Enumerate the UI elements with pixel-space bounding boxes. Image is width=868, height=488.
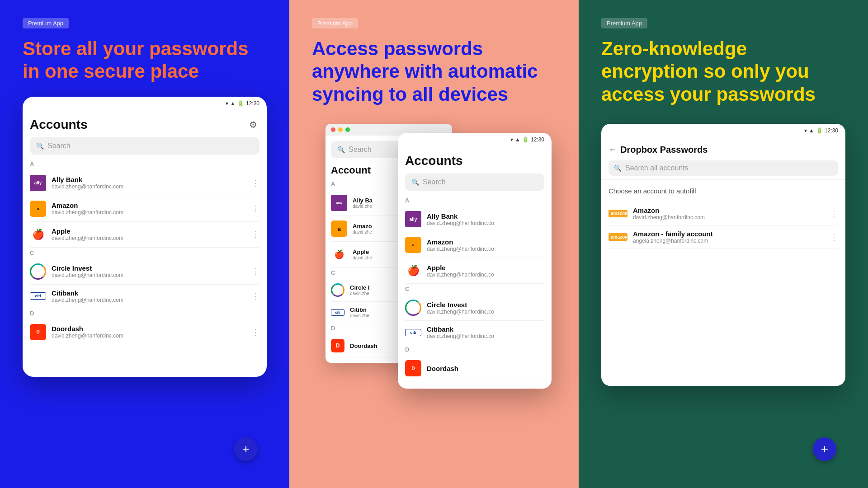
center-phone-apple-logo: 🍎 <box>405 263 421 279</box>
center-desktop-search-icon: 🔍 <box>337 146 345 153</box>
center-panel-title: Access passwords anywhere with automatic… <box>312 38 556 106</box>
center-phone-content: Accounts 🔍 Search A ally Ally Bank david… <box>398 146 552 389</box>
left-doordash-logo: D <box>30 324 46 340</box>
right-back-row: ← Dropbox Passwords <box>609 145 838 155</box>
center-phone-apple-name: Apple <box>427 264 544 272</box>
left-amazon-item[interactable]: a Amazon david.zheng@hanfordinc.com ⋮ <box>30 196 259 222</box>
right-amazon-family-logo: amazon <box>609 233 627 241</box>
center-time: 12:30 <box>531 136 544 143</box>
left-section-d: D <box>30 310 259 317</box>
left-doordash-more[interactable]: ⋮ <box>251 327 259 337</box>
center-premium-badge: Premium App <box>312 18 358 28</box>
center-tl-green <box>345 127 350 132</box>
right-search-text: Search all accounts <box>625 164 689 172</box>
left-panel-title: Store all your passwords in one secure p… <box>23 38 267 83</box>
left-circle-logo <box>30 263 46 280</box>
center-phone-citi-info: Citibank david.zheng@hanfordinc.co <box>427 325 544 339</box>
center-phone-ally-email: david.zheng@hanfordinc.co <box>427 220 544 226</box>
center-phone-circle[interactable]: Circle Invest david.zheng@hanfordinc.co <box>405 295 544 321</box>
left-apple-more[interactable]: ⋮ <box>251 230 259 239</box>
left-circle-info: Circle Invest david.zheng@hanfordinc.com <box>52 264 246 278</box>
left-amazon-info: Amazon david.zheng@hanfordinc.com <box>52 202 246 216</box>
right-amazon-item[interactable]: amazon Amazon david.zheng@hanfordinc.com… <box>609 202 838 225</box>
left-amazon-logo: a <box>30 201 46 217</box>
right-amazon-email: david.zheng@hanfordinc.com <box>633 214 825 221</box>
left-citi-more[interactable]: ⋮ <box>251 291 259 301</box>
left-fab-button[interactable]: + <box>234 437 258 461</box>
right-status-bar: ▾ ▲ 🔋 12:30 <box>601 124 845 137</box>
left-gear-icon[interactable]: ⚙ <box>247 118 259 131</box>
right-fab-button[interactable]: + <box>813 437 836 461</box>
center-phone-ally[interactable]: ally Ally Bank david.zheng@hanfordinc.co <box>405 206 544 232</box>
left-citi-item[interactable]: citi Citibank david.zheng@hanfordinc.com… <box>30 285 259 308</box>
left-citi-info: Citibank david.zheng@hanfordinc.com <box>52 289 246 303</box>
center-phone-circle-email: david.zheng@hanfordinc.co <box>427 309 544 315</box>
left-phone-content: Accounts ⚙ 🔍 Search A ally Ally Bank dav… <box>23 110 267 377</box>
right-time: 12:30 <box>825 127 838 134</box>
center-phone-search[interactable]: 🔍 Search <box>405 174 544 191</box>
left-apple-name: Apple <box>52 227 246 235</box>
left-time: 12:30 <box>246 100 259 107</box>
right-amazon-family-more[interactable]: ⋮ <box>830 232 838 242</box>
center-desktop-search-text: Search <box>349 145 372 154</box>
right-amazon-family-item[interactable]: amazon Amazon - family account angela.zh… <box>609 225 838 249</box>
right-amazon-family-email: angela.zheng@hanfordinc.com <box>633 238 825 244</box>
center-phone-doordash[interactable]: D Doordash <box>405 356 544 381</box>
left-apple-item[interactable]: 🍎 Apple david.zheng@hanfordinc.com ⋮ <box>30 222 259 248</box>
right-back-arrow-icon[interactable]: ← <box>609 145 617 155</box>
center-tl-yellow <box>338 127 343 132</box>
center-phone-mockup: ▾ ▲ 🔋 12:30 Accounts 🔍 Search A ally <box>398 133 552 389</box>
left-circle-email: david.zheng@hanfordinc.com <box>52 272 246 278</box>
center-phone-status-icons: ▾ ▲ 🔋 12:30 <box>510 136 544 143</box>
left-amazon-more[interactable]: ⋮ <box>251 204 259 214</box>
right-autofill-search[interactable]: 🔍 Search all accounts <box>609 160 838 176</box>
center-phone-doordash-logo: D <box>405 360 421 376</box>
center-wifi-icon: ▾ <box>510 136 513 143</box>
left-search-text: Search <box>47 142 71 150</box>
left-panel: Premium App Store all your passwords in … <box>0 0 289 488</box>
right-panel: Premium App Zero-knowledge encryption so… <box>579 0 868 488</box>
left-ally-item[interactable]: ally Ally Bank david.zheng@hanfordinc.co… <box>30 170 259 196</box>
center-desktop-ally-logo: ally <box>331 195 347 211</box>
left-circle-item[interactable]: Circle Invest david.zheng@hanfordinc.com… <box>30 259 259 285</box>
left-ally-more[interactable]: ⋮ <box>251 178 259 188</box>
left-doordash-item[interactable]: D Doordash david.zheng@hanfordinc.com ⋮ <box>30 319 259 345</box>
center-phone-apple[interactable]: 🍎 Apple david.zheng@hanfordinc.co <box>405 258 544 284</box>
center-desktop-doordash-logo: D <box>331 339 344 352</box>
center-phone-citi-logo: citi <box>405 329 421 336</box>
right-status-icons: ▾ ▲ 🔋 12:30 <box>804 127 838 134</box>
right-signal-icon: ▲ <box>809 127 814 134</box>
left-premium-badge: Premium App <box>23 18 69 28</box>
center-phone-apple-info: Apple david.zheng@hanfordinc.co <box>427 264 544 278</box>
left-apple-email: david.zheng@hanfordinc.com <box>52 235 246 241</box>
center-phone-title: Accounts <box>405 154 463 168</box>
right-autofill-header: ← Dropbox Passwords 🔍 Search all account… <box>601 137 845 180</box>
left-amazon-name: Amazon <box>52 202 246 209</box>
center-phone-doordash-name: Doordash <box>427 365 544 372</box>
center-battery-icon: 🔋 <box>522 136 529 143</box>
left-citi-email: david.zheng@hanfordinc.com <box>52 297 246 303</box>
center-phone-section-d: D <box>405 346 544 353</box>
left-section-a: A <box>30 161 259 168</box>
center-phone-amazon-logo: a <box>405 237 421 253</box>
center-desktop-citi-logo: citi <box>331 309 344 316</box>
center-phone-search-text: Search <box>423 178 446 186</box>
left-status-bar: ▾ ▲ 🔋 12:30 <box>23 97 267 110</box>
center-signal-icon: ▲ <box>515 136 520 143</box>
right-amazon-more[interactable]: ⋮ <box>830 209 838 219</box>
center-phone-citi[interactable]: citi Citibank david.zheng@hanfordinc.co <box>405 321 544 344</box>
right-autofill-title: Dropbox Passwords <box>620 145 708 155</box>
center-tl-red <box>331 127 335 132</box>
center-phone-ally-name: Ally Bank <box>427 212 544 220</box>
right-amazon-family-info: Amazon - family account angela.zheng@han… <box>633 230 825 244</box>
center-panel: Premium App Access passwords anywhere wi… <box>289 0 579 488</box>
left-search-bar[interactable]: 🔍 Search <box>30 137 259 155</box>
right-amazon-name: Amazon <box>633 206 825 214</box>
center-desktop-apple-logo: 🍎 <box>331 246 347 263</box>
center-desktop-circle-logo <box>331 283 344 297</box>
center-phone-header: Accounts <box>405 154 544 168</box>
center-phone-amazon[interactable]: a Amazon david.zheng@hanfordinc.co <box>405 232 544 258</box>
center-desktop-amazon-logo: a <box>331 221 347 237</box>
right-battery-icon: 🔋 <box>816 127 823 134</box>
left-circle-more[interactable]: ⋮ <box>251 267 259 277</box>
